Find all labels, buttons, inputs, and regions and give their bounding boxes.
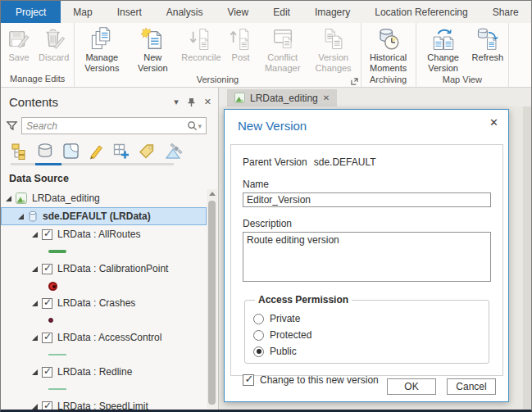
- protected-radio-row[interactable]: Protected: [253, 329, 480, 341]
- ok-button[interactable]: OK: [387, 378, 436, 395]
- tree-item-layer[interactable]: LRData : Crashes: [1, 294, 207, 312]
- line-symbol-swatch[interactable]: [48, 388, 66, 390]
- scrollbar-up-arrow-icon[interactable]: [209, 192, 216, 196]
- list-by-data-source-icon[interactable]: [36, 143, 54, 160]
- pane-menu-chevron-down-icon[interactable]: ▾: [174, 97, 179, 107]
- expander-icon[interactable]: [32, 232, 38, 238]
- search-options-chevron-icon[interactable]: ▾: [198, 122, 202, 130]
- historical-moments-button[interactable]: Historical Moments: [363, 25, 414, 74]
- ribbon-group-manage-edits: Save Discard Manage Edits: [1, 23, 75, 87]
- private-radio[interactable]: [253, 314, 264, 324]
- ribbon-tab-edit[interactable]: Edit: [261, 1, 302, 23]
- post-label: Post: [232, 52, 250, 63]
- search-icon[interactable]: [187, 120, 198, 131]
- line-symbol-swatch[interactable]: [48, 250, 66, 253]
- tree-item-label: LRData : Redline: [57, 366, 132, 378]
- ribbon-tab-analysis[interactable]: Analysis: [154, 1, 216, 23]
- list-by-snapping-icon[interactable]: [112, 143, 130, 160]
- point-symbol-swatch[interactable]: [48, 318, 53, 323]
- line-symbol-swatch[interactable]: [48, 354, 66, 355]
- conflict-manager-button[interactable]: Conflict Manager: [257, 25, 308, 74]
- change-version-checkbox[interactable]: [243, 374, 254, 386]
- layer-visibility-checkbox[interactable]: [42, 367, 52, 378]
- change-version-button[interactable]: Change Version: [418, 25, 469, 74]
- expander-icon[interactable]: [32, 335, 38, 341]
- layer-visibility-checkbox[interactable]: [42, 264, 52, 274]
- name-field[interactable]: [243, 192, 491, 207]
- contents-pane-title: Contents: [9, 95, 174, 109]
- geodatabase-icon: [28, 211, 38, 222]
- expander-icon[interactable]: [32, 301, 38, 306]
- expander-icon[interactable]: [6, 196, 11, 201]
- new-version-dialog: New Version ✕ Parent Version sde.DEFAULT…: [224, 109, 509, 402]
- cancel-button[interactable]: Cancel: [447, 378, 496, 395]
- ribbon-tab-location-referencing[interactable]: Location Referencing: [362, 1, 480, 23]
- description-field[interactable]: Route editing version: [243, 232, 491, 282]
- layer-visibility-checkbox[interactable]: [42, 298, 52, 309]
- expander-icon[interactable]: [32, 266, 38, 272]
- protected-radio[interactable]: [253, 330, 264, 341]
- ribbon-tab-share[interactable]: Share: [480, 1, 531, 23]
- tree-item-layer[interactable]: LRData : AllRoutes: [1, 225, 207, 243]
- reconcile-button[interactable]: Reconcile: [178, 25, 224, 63]
- layer-visibility-checkbox[interactable]: [42, 401, 52, 412]
- list-by-drawing-order-icon[interactable]: [11, 143, 28, 160]
- access-permission-label: Access Permission: [255, 294, 352, 306]
- map-view-tab[interactable]: LRData_editing ✕: [227, 89, 337, 106]
- search-input[interactable]: [26, 120, 187, 132]
- tree-item-layer[interactable]: LRData : CalibrationPoint: [1, 260, 207, 278]
- tree-item-layer[interactable]: LRData : AccessControl: [1, 328, 207, 346]
- toolbar-underline: [11, 163, 174, 165]
- ribbon-tab-imagery[interactable]: Imagery: [302, 1, 362, 23]
- refresh-button[interactable]: Refresh: [469, 25, 507, 63]
- layer-visibility-checkbox[interactable]: [42, 229, 52, 240]
- contents-pane: Contents ▾ ✕: [1, 88, 219, 410]
- ribbon-tab-view[interactable]: View: [215, 1, 261, 23]
- public-radio[interactable]: [253, 346, 264, 357]
- version-changes-button[interactable]: Version Changes: [308, 25, 359, 74]
- private-radio-row[interactable]: Private: [253, 313, 480, 324]
- pane-pin-icon[interactable]: [187, 97, 196, 107]
- manage-versions-button[interactable]: Manage Versions: [76, 25, 127, 74]
- refresh-icon: [475, 26, 501, 52]
- contents-scrollbar[interactable]: [207, 189, 217, 409]
- toolbar-active-indicator: [35, 163, 61, 165]
- arcgis-pro-window: Project Map Insert Analysis View Edit Im…: [0, 0, 532, 412]
- list-by-perspective-icon[interactable]: [164, 143, 184, 160]
- new-version-icon: [139, 26, 166, 52]
- pane-close-icon[interactable]: ✕: [204, 97, 211, 107]
- expander-icon[interactable]: [18, 214, 24, 220]
- versioning-dialog-launcher-icon[interactable]: [351, 78, 358, 85]
- tree-item-version[interactable]: sde.DEFAULT (LRData): [1, 207, 207, 225]
- dialog-close-icon[interactable]: ✕: [489, 116, 498, 129]
- scrollbar-thumb[interactable]: [208, 201, 216, 405]
- tree-item-layer[interactable]: LRData : Redline: [1, 363, 207, 381]
- expander-icon[interactable]: [32, 369, 38, 375]
- parent-version-label: Parent Version: [243, 156, 307, 168]
- list-by-selection-icon[interactable]: [62, 143, 80, 160]
- conflict-manager-label: Conflict Manager: [261, 52, 305, 74]
- point-symbol-swatch[interactable]: [48, 282, 57, 291]
- tree-item-layer[interactable]: LRData : SpeedLimit: [1, 397, 207, 412]
- list-by-labeling-icon[interactable]: [138, 143, 156, 160]
- expander-icon[interactable]: [32, 404, 38, 410]
- save-button[interactable]: Save: [2, 25, 35, 63]
- ribbon-tab-project[interactable]: Project: [1, 1, 61, 23]
- new-version-button[interactable]: New Version: [127, 25, 178, 74]
- tab-close-icon[interactable]: ✕: [323, 93, 330, 102]
- reconcile-label: Reconcile: [181, 52, 221, 63]
- ribbon-tab-insert[interactable]: Insert: [105, 1, 154, 23]
- layer-visibility-checkbox[interactable]: [42, 333, 52, 343]
- public-radio-row[interactable]: Public: [253, 346, 480, 357]
- group-label-versioning: Versioning: [76, 74, 358, 87]
- private-radio-label: Private: [270, 313, 300, 324]
- protected-radio-label: Protected: [270, 329, 311, 341]
- filter-icon[interactable]: [6, 120, 18, 132]
- ribbon-tab-map[interactable]: Map: [61, 1, 104, 23]
- map-scrollbar[interactable]: [523, 106, 531, 410]
- post-button[interactable]: Post: [225, 25, 257, 63]
- refresh-label: Refresh: [472, 52, 504, 63]
- list-by-editing-icon[interactable]: [88, 143, 104, 160]
- discard-button[interactable]: Discard: [35, 25, 72, 63]
- tree-item-map[interactable]: LRData_editing: [1, 189, 207, 207]
